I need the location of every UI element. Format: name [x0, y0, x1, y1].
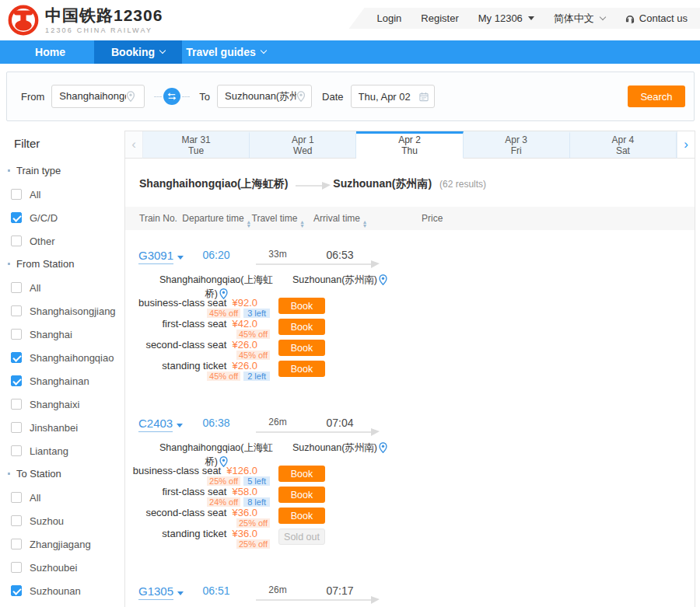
checkbox[interactable]: [11, 305, 22, 316]
from-station-input[interactable]: [59, 91, 126, 103]
sort-icon[interactable]: ▴▾: [363, 220, 366, 228]
search-button[interactable]: Search: [628, 85, 685, 107]
checkbox[interactable]: [11, 515, 22, 526]
date-tab-apr-2[interactable]: Apr 2Thu: [356, 131, 463, 159]
language-label: 简体中文: [554, 12, 594, 26]
fare-info: second-class seat¥26.045% off: [125, 339, 270, 360]
book-button[interactable]: Book: [278, 466, 325, 482]
nav-item-home[interactable]: Home: [6, 40, 94, 64]
contact-us-link[interactable]: Contact us: [625, 12, 688, 24]
dash-divider: [182, 96, 190, 97]
filter-option-suzhou[interactable]: Suzhou: [6, 509, 124, 532]
filter-option-all[interactable]: All: [6, 276, 124, 299]
chevron-left-icon[interactable]: ‹: [125, 131, 143, 159]
fare-price: ¥42.0: [232, 318, 257, 330]
register-link[interactable]: Register: [421, 12, 458, 24]
fare-price: ¥126.0: [226, 465, 257, 476]
tab-date-label: Apr 1: [250, 134, 355, 145]
book-button[interactable]: Book: [278, 298, 325, 314]
tab-date-label: Apr 2: [356, 134, 462, 145]
filter-option-shanghai[interactable]: Shanghai: [6, 323, 124, 346]
checkbox[interactable]: [11, 562, 22, 573]
fare-row: first-class seat¥58.024% off8 leftBook: [125, 486, 695, 507]
location-pin-icon[interactable]: [379, 442, 387, 453]
my-12306-menu[interactable]: My 12306: [478, 12, 534, 24]
checkbox[interactable]: [11, 189, 22, 200]
filter-option-g-c-d[interactable]: G/C/D: [6, 206, 124, 229]
arrival-station: Suzhounan(苏州南): [278, 441, 402, 455]
filter-option-all[interactable]: All: [6, 183, 124, 206]
fare-line: second-class seat¥26.0: [125, 339, 270, 351]
seats-left-badge: 2 left: [243, 372, 270, 381]
date-tab-mar-31[interactable]: Mar 31Tue: [143, 131, 250, 159]
book-button[interactable]: Book: [278, 319, 325, 335]
filter-option-label: All: [30, 492, 40, 504]
filter-option-shanghaixi[interactable]: Shanghaixi: [6, 392, 124, 416]
checkbox[interactable]: [11, 422, 22, 433]
checkbox[interactable]: [11, 492, 22, 503]
location-pin-icon[interactable]: [379, 274, 387, 285]
tab-day-label: Tue: [143, 145, 249, 156]
results-panel: ‹ Mar 31TueApr 1WedApr 2ThuApr 3FriApr 4…: [124, 131, 695, 607]
discount-badge: 45% off: [207, 309, 240, 318]
book-button[interactable]: Book: [278, 361, 325, 377]
checkbox-checked[interactable]: [11, 352, 22, 363]
train-main: C240306:38Shanghaihongqiao(上海虹桥)26m07:04…: [125, 415, 695, 465]
dash-divider: [154, 96, 162, 97]
train-row-g3091: G309106:20Shanghaihongqiao(上海虹桥)33m06:53…: [125, 247, 695, 381]
date-tab-apr-4[interactable]: Apr 4Sat: [570, 131, 677, 159]
filter-option-all[interactable]: All: [6, 486, 124, 509]
language-menu[interactable]: 简体中文: [554, 12, 605, 26]
filter-option-jinshanbei[interactable]: Jinshanbei: [6, 416, 124, 439]
filter-option-liantang[interactable]: Liantang: [6, 439, 124, 462]
date-tab-apr-1[interactable]: Apr 1Wed: [250, 131, 356, 159]
filter-option-label: G/C/D: [30, 212, 58, 224]
filter-option-suzhounan[interactable]: Suzhounan: [6, 579, 124, 602]
login-link[interactable]: Login: [377, 12, 402, 24]
date-field[interactable]: [351, 85, 435, 108]
book-button[interactable]: Book: [278, 340, 325, 356]
checkbox[interactable]: [11, 539, 22, 549]
book-button[interactable]: Book: [278, 487, 325, 503]
to-station-input[interactable]: [225, 91, 296, 103]
train-row-c2403: C240306:38Shanghaihongqiao(上海虹桥)26m07:04…: [125, 415, 695, 549]
filter-option-shanghainan[interactable]: Shanghainan: [6, 369, 124, 392]
fare-badges: 25% off: [125, 518, 270, 528]
fare-badges: 45% off3 left: [125, 309, 270, 318]
fare-class-label: second-class seat: [145, 507, 226, 518]
nav-item-booking[interactable]: Booking: [94, 40, 182, 64]
chevron-down-icon: [159, 47, 166, 54]
checkbox[interactable]: [11, 399, 22, 410]
swap-stations-button[interactable]: [163, 88, 180, 105]
nav-item-travel-guides[interactable]: Travel guides: [182, 40, 270, 64]
fare-row: standing ticket¥26.045% off2 leftBook: [125, 360, 695, 381]
location-pin-icon: [126, 91, 135, 102]
filter-option-label: Shanghaixi: [30, 399, 79, 410]
checkbox[interactable]: [11, 445, 22, 456]
checkbox-checked[interactable]: [11, 212, 22, 223]
filter-option-zhangjiagang[interactable]: Zhangjiagang: [6, 532, 124, 556]
filter-option-shanghaihongqiao[interactable]: Shanghaihongqiao: [6, 346, 124, 369]
filter-option-other[interactable]: Other: [6, 229, 124, 253]
checkbox[interactable]: [11, 329, 22, 340]
fare-price: ¥26.0: [232, 339, 257, 351]
book-button[interactable]: Book: [278, 508, 325, 524]
checkbox-checked[interactable]: [11, 375, 22, 386]
filter-option-shanghaisongjiang[interactable]: Shanghaisongjiang: [6, 299, 124, 323]
fare-class-label: first-class seat: [162, 486, 226, 497]
from-station-field[interactable]: [51, 85, 145, 108]
arrival-column: 07:17Suzhounan(苏州南): [278, 583, 402, 607]
filter-option-label: Shanghai: [30, 329, 72, 340]
to-station-field[interactable]: [217, 85, 312, 108]
filter-option-suzhoubei[interactable]: Suzhoubei: [6, 556, 124, 579]
checkbox[interactable]: [11, 282, 22, 293]
chevron-right-icon[interactable]: ›: [677, 131, 695, 159]
column-header-arrival-time[interactable]: Arrival time▴▾: [293, 207, 387, 230]
fare-row: business-class seat¥126.025% off5 leftBo…: [125, 465, 695, 486]
fare-line: first-class seat¥42.0: [125, 318, 270, 330]
date-input[interactable]: [359, 91, 419, 103]
checkbox[interactable]: [11, 235, 22, 246]
date-tab-apr-3[interactable]: Apr 3Fri: [464, 131, 570, 159]
contact-us-label: Contact us: [639, 12, 688, 24]
checkbox-checked[interactable]: [11, 585, 22, 596]
